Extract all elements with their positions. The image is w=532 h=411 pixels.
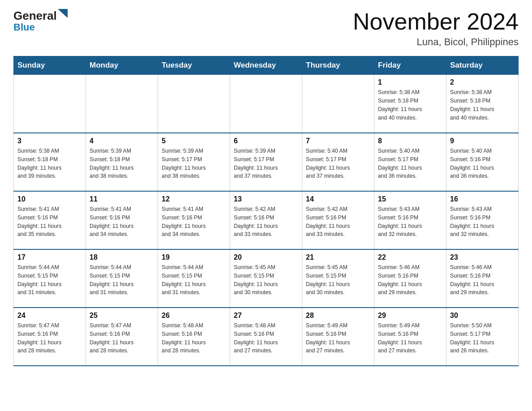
calendar-cell: 22Sunrise: 5:46 AMSunset: 5:16 PMDayligh… [374, 249, 446, 308]
calendar-body: 1Sunrise: 5:38 AMSunset: 5:18 PMDaylight… [14, 75, 519, 366]
day-info: Sunrise: 5:47 AMSunset: 5:16 PMDaylight:… [17, 321, 82, 355]
calendar-cell: 30Sunrise: 5:50 AMSunset: 5:17 PMDayligh… [446, 308, 519, 366]
calendar-cell: 28Sunrise: 5:49 AMSunset: 5:16 PMDayligh… [302, 308, 374, 366]
day-number: 21 [306, 253, 370, 261]
day-number: 30 [450, 312, 515, 320]
calendar-cell: 23Sunrise: 5:46 AMSunset: 5:16 PMDayligh… [446, 249, 519, 308]
calendar-cell [230, 75, 302, 133]
day-number: 29 [378, 312, 442, 320]
day-info: Sunrise: 5:44 AMSunset: 5:15 PMDaylight:… [162, 263, 226, 297]
page-header: General Blue November 2024 Luna, Bicol, … [13, 9, 519, 48]
day-info: Sunrise: 5:49 AMSunset: 5:16 PMDaylight:… [306, 321, 370, 355]
day-number: 18 [90, 253, 154, 261]
calendar-title: November 2024 [353, 9, 519, 34]
calendar-cell: 7Sunrise: 5:40 AMSunset: 5:17 PMDaylight… [302, 133, 374, 191]
calendar-cell: 9Sunrise: 5:40 AMSunset: 5:16 PMDaylight… [446, 133, 519, 191]
calendar-cell: 1Sunrise: 5:38 AMSunset: 5:18 PMDaylight… [374, 75, 446, 133]
day-number: 11 [90, 195, 154, 203]
day-number: 13 [234, 195, 298, 203]
header-wednesday: Wednesday [230, 56, 302, 75]
day-number: 24 [17, 312, 82, 320]
day-number: 1 [378, 78, 442, 86]
calendar-cell: 4Sunrise: 5:39 AMSunset: 5:18 PMDaylight… [86, 133, 158, 191]
header-thursday: Thursday [302, 56, 374, 75]
calendar-cell [86, 75, 158, 133]
day-info: Sunrise: 5:47 AMSunset: 5:16 PMDaylight:… [90, 321, 154, 355]
calendar-cell: 11Sunrise: 5:41 AMSunset: 5:16 PMDayligh… [86, 191, 158, 249]
calendar-week-5: 24Sunrise: 5:47 AMSunset: 5:16 PMDayligh… [14, 308, 519, 366]
day-number: 28 [306, 312, 370, 320]
day-number: 6 [234, 137, 298, 145]
day-info: Sunrise: 5:41 AMSunset: 5:16 PMDaylight:… [162, 205, 226, 239]
day-info: Sunrise: 5:40 AMSunset: 5:16 PMDaylight:… [450, 147, 515, 181]
header-tuesday: Tuesday [158, 56, 230, 75]
day-number: 16 [450, 195, 515, 203]
calendar-cell: 15Sunrise: 5:43 AMSunset: 5:16 PMDayligh… [374, 191, 446, 249]
calendar-cell: 29Sunrise: 5:49 AMSunset: 5:16 PMDayligh… [374, 308, 446, 366]
day-info: Sunrise: 5:43 AMSunset: 5:16 PMDaylight:… [378, 205, 442, 239]
day-info: Sunrise: 5:39 AMSunset: 5:17 PMDaylight:… [162, 147, 226, 181]
calendar-cell: 12Sunrise: 5:41 AMSunset: 5:16 PMDayligh… [158, 191, 230, 249]
calendar-week-1: 1Sunrise: 5:38 AMSunset: 5:18 PMDaylight… [14, 75, 519, 133]
day-number: 19 [162, 253, 226, 261]
logo-blue-text: Blue [13, 21, 35, 33]
day-info: Sunrise: 5:39 AMSunset: 5:18 PMDaylight:… [90, 147, 154, 181]
day-number: 20 [234, 253, 298, 261]
day-info: Sunrise: 5:46 AMSunset: 5:16 PMDaylight:… [450, 263, 515, 297]
day-info: Sunrise: 5:50 AMSunset: 5:17 PMDaylight:… [450, 321, 515, 355]
day-info: Sunrise: 5:42 AMSunset: 5:16 PMDaylight:… [306, 205, 370, 239]
calendar-cell: 16Sunrise: 5:43 AMSunset: 5:16 PMDayligh… [446, 191, 519, 249]
day-info: Sunrise: 5:48 AMSunset: 5:16 PMDaylight:… [234, 321, 298, 355]
day-number: 7 [306, 137, 370, 145]
calendar-cell: 17Sunrise: 5:44 AMSunset: 5:15 PMDayligh… [14, 249, 86, 308]
day-info: Sunrise: 5:46 AMSunset: 5:16 PMDaylight:… [378, 263, 442, 297]
day-info: Sunrise: 5:45 AMSunset: 5:15 PMDaylight:… [306, 263, 370, 297]
calendar-table: Sunday Monday Tuesday Wednesday Thursday… [13, 56, 519, 366]
calendar-week-3: 10Sunrise: 5:41 AMSunset: 5:16 PMDayligh… [14, 191, 519, 249]
day-number: 25 [90, 312, 154, 320]
calendar-header: Sunday Monday Tuesday Wednesday Thursday… [14, 56, 519, 75]
day-number: 27 [234, 312, 298, 320]
logo-triangle-icon [58, 9, 68, 18]
day-number: 8 [378, 137, 442, 145]
calendar-week-4: 17Sunrise: 5:44 AMSunset: 5:15 PMDayligh… [14, 249, 519, 308]
day-number: 3 [17, 137, 82, 145]
day-info: Sunrise: 5:41 AMSunset: 5:16 PMDaylight:… [17, 205, 82, 239]
calendar-subtitle: Luna, Bicol, Philippines [353, 36, 519, 48]
logo: General Blue [13, 9, 68, 33]
calendar-cell: 10Sunrise: 5:41 AMSunset: 5:16 PMDayligh… [14, 191, 86, 249]
logo-general-text: General [13, 10, 57, 21]
day-info: Sunrise: 5:40 AMSunset: 5:17 PMDaylight:… [306, 147, 370, 181]
day-info: Sunrise: 5:38 AMSunset: 5:18 PMDaylight:… [378, 88, 442, 122]
title-area: November 2024 Luna, Bicol, Philippines [353, 9, 519, 48]
day-info: Sunrise: 5:44 AMSunset: 5:15 PMDaylight:… [17, 263, 82, 297]
header-friday: Friday [374, 56, 446, 75]
day-info: Sunrise: 5:43 AMSunset: 5:16 PMDaylight:… [450, 205, 515, 239]
calendar-cell: 3Sunrise: 5:38 AMSunset: 5:18 PMDaylight… [14, 133, 86, 191]
calendar-cell: 8Sunrise: 5:40 AMSunset: 5:17 PMDaylight… [374, 133, 446, 191]
header-sunday: Sunday [14, 56, 86, 75]
calendar-cell: 6Sunrise: 5:39 AMSunset: 5:17 PMDaylight… [230, 133, 302, 191]
day-number: 22 [378, 253, 442, 261]
calendar-cell: 20Sunrise: 5:45 AMSunset: 5:15 PMDayligh… [230, 249, 302, 308]
day-info: Sunrise: 5:44 AMSunset: 5:15 PMDaylight:… [90, 263, 154, 297]
day-info: Sunrise: 5:38 AMSunset: 5:18 PMDaylight:… [450, 88, 515, 122]
day-info: Sunrise: 5:42 AMSunset: 5:16 PMDaylight:… [234, 205, 298, 239]
day-number: 10 [17, 195, 82, 203]
svg-marker-0 [58, 9, 68, 18]
calendar-cell [14, 75, 86, 133]
day-number: 2 [450, 78, 515, 86]
day-number: 17 [17, 253, 82, 261]
day-info: Sunrise: 5:40 AMSunset: 5:17 PMDaylight:… [378, 147, 442, 181]
day-number: 26 [162, 312, 226, 320]
calendar-cell: 21Sunrise: 5:45 AMSunset: 5:15 PMDayligh… [302, 249, 374, 308]
day-number: 5 [162, 137, 226, 145]
day-info: Sunrise: 5:41 AMSunset: 5:16 PMDaylight:… [90, 205, 154, 239]
day-info: Sunrise: 5:39 AMSunset: 5:17 PMDaylight:… [234, 147, 298, 181]
calendar-cell: 24Sunrise: 5:47 AMSunset: 5:16 PMDayligh… [14, 308, 86, 366]
calendar-cell: 26Sunrise: 5:48 AMSunset: 5:16 PMDayligh… [158, 308, 230, 366]
day-number: 9 [450, 137, 515, 145]
header-monday: Monday [86, 56, 158, 75]
day-number: 15 [378, 195, 442, 203]
day-number: 12 [162, 195, 226, 203]
